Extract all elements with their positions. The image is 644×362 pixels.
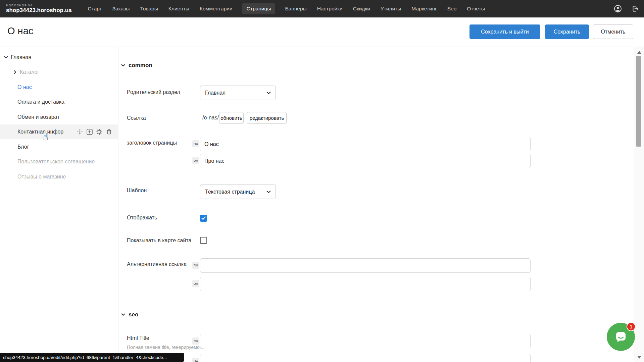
logo-domain: shop34423.horoshop.ua (6, 7, 72, 14)
tree-item-label: О нас (17, 84, 32, 90)
tree-item-label: Обмен и возврат (17, 114, 59, 120)
template-select[interactable]: Текстовая страница (200, 185, 276, 199)
add-page-icon[interactable] (86, 128, 93, 135)
tree-item-polzovatelskoe-soglashenie[interactable]: Пользовательское соглашение (0, 154, 118, 169)
link-edit-button[interactable]: редактировать (247, 112, 287, 124)
page-title: О нас (7, 25, 33, 37)
settings-gear-icon[interactable] (96, 128, 103, 135)
display-checkbox[interactable] (200, 215, 207, 222)
vertical-scrollbar[interactable] (634, 47, 644, 362)
chevron-down-icon (266, 92, 271, 94)
tree-item-o-nas[interactable]: О нас (0, 80, 118, 95)
section-common-toggle[interactable]: common (121, 62, 152, 69)
tree-item-glavnaya[interactable]: Главная (0, 50, 118, 65)
topnav-item-seo[interactable]: Seo (447, 3, 457, 14)
display-label: Отображать (127, 214, 197, 221)
tree-item-otzyvy-o-magazine[interactable]: Отзывы о магазине (0, 169, 118, 184)
html-title-note: Полная замена title, генерируемого (127, 344, 204, 350)
page-heading-ru-input[interactable] (200, 137, 531, 151)
tree-item-label: Оплата и доставка (17, 99, 64, 105)
scroll-down-arrow[interactable] (637, 356, 641, 359)
sitemap-checkbox[interactable] (200, 237, 207, 244)
section-seo-toggle[interactable]: seo (121, 311, 138, 318)
selected-value: Главная (205, 90, 226, 96)
alt-link-ru-input[interactable] (200, 258, 531, 273)
check-icon (201, 216, 206, 220)
chevron-down-icon (121, 64, 125, 67)
link-label: Ссылка (127, 115, 197, 121)
tree-item-actions (77, 128, 112, 135)
link-path-value: /o-nas/ (202, 115, 219, 121)
template-label: Шаблон (127, 187, 197, 194)
lang-ru-badge: RU (192, 262, 199, 269)
delete-trash-icon[interactable] (106, 128, 112, 135)
top-nav: Старт Заказы Товары Клиенты Комментарии … (87, 3, 486, 14)
section-title: common (129, 62, 152, 69)
html-title-ru-input[interactable] (200, 334, 531, 348)
page-heading-ua-input[interactable] (200, 154, 531, 168)
tree-item-label: Контактная инфор (17, 129, 63, 135)
selected-value: Текстовая страница (205, 189, 255, 195)
chat-widget-button[interactable]: 1 (607, 323, 635, 351)
parent-section-label: Родительский раздел (127, 89, 197, 96)
top-bar: HOROSHOP V4 shop34423.horoshop.ua Старт … (0, 0, 644, 17)
topnav-item-pages[interactable]: Страницы (242, 3, 276, 14)
tree-item-label: Блог (17, 144, 29, 150)
section-title: seo (129, 311, 138, 318)
html-title-label: Html Title (127, 335, 197, 342)
pages-tree-sidebar: Главная Каталог О нас Оплата и доставка … (0, 47, 118, 362)
tree-item-katalog[interactable]: Каталог (0, 65, 118, 80)
drag-move-icon[interactable] (77, 128, 83, 135)
lang-ru-badge: RU (192, 140, 199, 147)
chat-bubble-icon (613, 329, 629, 345)
topnav-item-discounts[interactable]: Скидки (352, 3, 371, 14)
lang-ua-badge: UA (192, 157, 199, 164)
parent-section-select[interactable]: Главная (200, 86, 276, 100)
tree-item-label: Каталог (20, 69, 39, 75)
chat-unread-badge: 1 (627, 322, 636, 331)
topnav-item-utilities[interactable]: Утилиты (380, 3, 402, 14)
page-header: О нас Сохранить и выйти Сохранить Отмени… (0, 17, 644, 47)
topnav-item-banners[interactable]: Баннеры (284, 3, 307, 14)
topnav-item-marketing[interactable]: Маркетинг (411, 3, 437, 14)
scroll-up-arrow[interactable] (637, 51, 641, 54)
lang-ua-badge: UA (192, 280, 199, 287)
topnav-item-comments[interactable]: Комментарии (199, 3, 233, 14)
topnav-item-clients[interactable]: Клиенты (168, 3, 190, 14)
html-title-ua-input[interactable] (200, 354, 531, 362)
alt-link-ua-input[interactable] (200, 277, 531, 291)
tree-item-oplata-i-dostavka[interactable]: Оплата и доставка (0, 95, 118, 109)
topnav-item-reports[interactable]: Отчеты (466, 3, 486, 14)
save-and-exit-button[interactable]: Сохранить и выйти (469, 24, 540, 39)
tree-item-label: Отзывы о магазине (17, 174, 66, 180)
topnav-item-settings[interactable]: Настройки (316, 3, 343, 14)
topnav-item-products[interactable]: Товары (139, 3, 158, 14)
tree-item-blog[interactable]: Блог (0, 140, 118, 154)
sitemap-label: Показывать в карте сайта (127, 237, 197, 244)
logout-icon[interactable] (631, 5, 639, 13)
tree-item-label: Пользовательское соглашение (17, 159, 95, 165)
lang-ru-badge: RU (192, 338, 199, 345)
chevron-down-icon (266, 191, 271, 193)
alt-link-label: Альтернативная ссылка (127, 261, 197, 268)
save-button[interactable]: Сохранить (545, 24, 589, 39)
page-edit-form: common Родительский раздел Главная Ссылк… (119, 47, 634, 362)
tree-item-label: Главная (11, 54, 31, 60)
account-icon[interactable] (614, 5, 622, 13)
topnav-item-orders[interactable]: Заказы (112, 3, 131, 14)
topnav-item-start[interactable]: Старт (87, 3, 103, 14)
status-url-bar: shop34423.horoshop.ua/edit/edit.php?id=6… (0, 353, 184, 362)
logo[interactable]: HOROSHOP V4 shop34423.horoshop.ua (6, 4, 72, 14)
cancel-button[interactable]: Отменить (593, 24, 633, 39)
link-refresh-button[interactable]: обновить (219, 112, 244, 124)
chevron-right-icon[interactable] (10, 70, 20, 74)
chevron-down-icon[interactable] (1, 56, 11, 59)
tree-item-obmen-i-vozvrat[interactable]: Обмен и возврат (0, 110, 118, 124)
page-heading-label: заголовок страницы (127, 140, 197, 146)
chevron-down-icon (121, 313, 125, 316)
scrollbar-thumb[interactable] (636, 56, 641, 147)
tree-item-kontaktnaya-informaciya[interactable]: Контактная инфор (0, 124, 118, 139)
lang-ua-badge: UA (192, 358, 199, 362)
